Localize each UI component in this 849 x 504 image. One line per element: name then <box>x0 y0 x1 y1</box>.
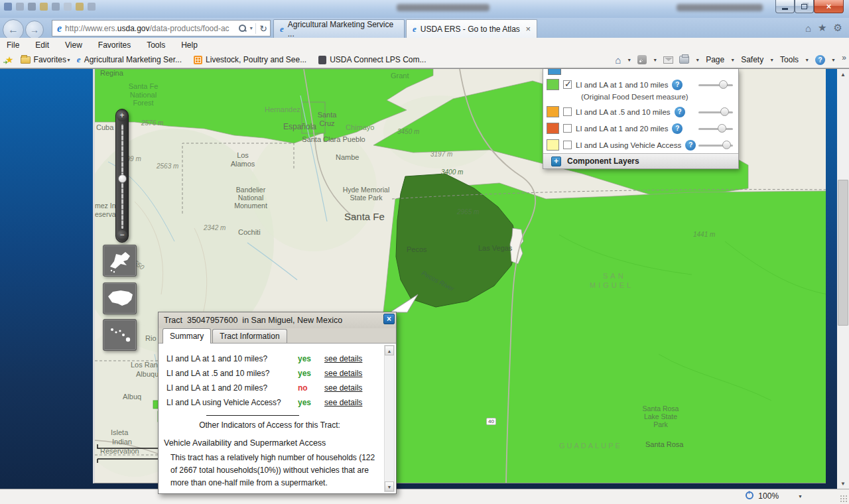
favorites-star-icon[interactable]: ★ <box>818 22 826 34</box>
divider <box>206 415 299 416</box>
tab-agricultural-marketing-service[interactable]: e Agricultural Marketing Service ... <box>273 19 405 38</box>
map-label: Reservation <box>100 447 139 456</box>
menu-tools[interactable]: Tools <box>147 40 165 50</box>
scroll-down-icon[interactable]: ▼ <box>385 481 394 491</box>
menu-view[interactable]: View <box>65 40 82 50</box>
scroll-down-icon[interactable]: ▼ <box>837 478 849 489</box>
popup-title: Tract 35047957600 in San Miguel, New Mex… <box>159 312 396 328</box>
chevron-down-icon[interactable]: ▼ <box>695 58 700 62</box>
legend-checkbox[interactable]: ✓ <box>563 124 572 133</box>
tab-summary[interactable]: Summary <box>163 328 211 344</box>
print-icon[interactable] <box>679 56 689 64</box>
zoom-out-button[interactable]: − <box>117 230 127 241</box>
chevron-down-icon[interactable]: ▼ <box>66 58 71 62</box>
map-zoom-slider[interactable]: + − <box>115 109 129 243</box>
menu-help[interactable]: Help <box>181 40 198 50</box>
window-restore-button[interactable] <box>795 0 814 13</box>
address-bar[interactable]: e http://www.ers.usda.gov/data-products/… <box>52 20 271 36</box>
favorite-link-ams[interactable]: e Agricultural Marketing Ser... <box>71 53 188 67</box>
component-layers-bar[interactable]: + Component Layers <box>543 153 738 168</box>
extent-alaska-button[interactable] <box>103 245 137 277</box>
chevron-down-icon[interactable]: ▼ <box>627 58 631 62</box>
transparency-slider[interactable] <box>698 141 733 150</box>
extent-hawaii-button[interactable] <box>103 319 137 351</box>
map-label: GUADALUPE <box>559 442 622 450</box>
popup-close-button[interactable]: × <box>383 314 395 324</box>
chevron-down-icon[interactable]: ▼ <box>653 58 657 62</box>
chevron-down-icon: ▼ <box>805 58 809 62</box>
tab-close-icon[interactable]: × <box>525 24 531 34</box>
search-dropdown-icon[interactable]: ▼ <box>249 26 253 31</box>
help-icon[interactable]: ? <box>672 123 683 134</box>
component-layers-label: Component Layers <box>567 157 639 166</box>
scroll-up-icon[interactable]: ▲ <box>837 69 849 80</box>
help-icon[interactable]: ? <box>672 80 683 90</box>
see-details-link[interactable]: see details <box>324 369 362 378</box>
chevron-down-icon[interactable]: ▼ <box>798 494 803 499</box>
favorites-menu[interactable]: Favorites <box>34 55 66 64</box>
settings-gear-icon[interactable]: ⚙ <box>834 22 842 34</box>
zoom-in-button[interactable]: + <box>117 111 127 121</box>
browser-navigation-bar: ← → e http://www.ers.usda.gov/data-produ… <box>0 18 849 38</box>
menu-favorites[interactable]: Favorites <box>98 40 131 50</box>
url-text[interactable]: http://www.ers.usda.gov/data-products/fo… <box>65 24 238 33</box>
legend-color-swatch <box>547 106 559 117</box>
legend-label: LI and LA using Vehicle Access <box>576 141 681 149</box>
page-zoom-control[interactable]: 100% ▼ <box>746 491 803 501</box>
overflow-chevron-icon[interactable]: » <box>842 53 846 62</box>
screen: × ← → e http://www.ers.usda.gov/data-pro… <box>0 0 849 504</box>
search-icon[interactable] <box>238 24 247 32</box>
zoom-handle[interactable] <box>118 174 127 183</box>
transparency-slider[interactable] <box>698 80 733 90</box>
window-close-button[interactable]: × <box>814 0 844 13</box>
map-label: Santa Rosa <box>645 440 683 449</box>
see-details-link[interactable]: see details <box>324 383 362 393</box>
see-details-link[interactable]: see details <box>324 354 362 363</box>
home-icon[interactable]: ⌂ <box>615 54 621 66</box>
help-icon[interactable]: ? <box>685 140 696 151</box>
safety-menu[interactable]: Safety <box>741 55 763 64</box>
menu-edit[interactable]: Edit <box>35 40 49 50</box>
transparency-slider[interactable] <box>698 124 733 133</box>
map-label: Bandelier National Monument <box>225 186 277 210</box>
resize-grip[interactable] <box>840 495 848 503</box>
site-favicon <box>194 56 202 64</box>
favorite-link-livestock[interactable]: Livestock, Poultry and See... <box>188 53 312 67</box>
answer-value: no <box>298 383 324 393</box>
extent-usa-button[interactable] <box>103 283 137 314</box>
help-icon[interactable]: ? <box>815 55 825 65</box>
legend-row-half-10-miles: ✓ LI and LA at .5 and 10 miles ? <box>543 103 738 120</box>
expand-plus-icon[interactable]: + <box>551 157 561 166</box>
legend-checkbox[interactable]: ✓ <box>563 141 572 149</box>
scrollbar-thumb[interactable] <box>838 180 848 326</box>
popup-body: LI and LA at 1 and 10 miles? yes see det… <box>159 344 396 493</box>
legend-checkbox[interactable]: ✓ <box>563 107 572 116</box>
favorites-folder-icon[interactable] <box>21 56 31 64</box>
map-label: Santa Fe <box>344 211 385 222</box>
refresh-icon[interactable]: ↻ <box>255 23 267 34</box>
browser-scrollbar[interactable]: ▲ ▼ <box>837 69 849 489</box>
map-label: Albuq <box>123 393 141 401</box>
tab-tract-information[interactable]: Tract Information <box>212 329 287 343</box>
see-details-link[interactable]: see details <box>324 398 362 407</box>
forward-button[interactable]: → <box>25 21 44 39</box>
alaska-icon <box>103 245 137 277</box>
popup-scrollbar[interactable]: ▲ ▼ <box>384 345 395 492</box>
menu-file[interactable]: File <box>7 40 19 50</box>
scroll-up-icon[interactable]: ▲ <box>385 346 394 355</box>
read-mail-icon[interactable] <box>663 56 673 64</box>
add-favorite-icon[interactable]: ★ <box>5 54 14 65</box>
map-label: Santa Fe National Forest <box>123 82 164 107</box>
page-menu[interactable]: Page <box>706 55 724 64</box>
tools-menu[interactable]: Tools <box>780 55 799 64</box>
transparency-slider[interactable] <box>698 107 733 117</box>
rss-feed-icon[interactable] <box>637 55 647 64</box>
popup-row: LI and LA at .5 and 10 miles? yes see de… <box>166 369 362 378</box>
legend-checkbox[interactable]: ✓ <box>563 80 572 89</box>
help-icon[interactable]: ? <box>675 107 685 117</box>
window-minimize-button[interactable] <box>775 0 795 13</box>
home-icon[interactable]: ⌂ <box>805 23 811 34</box>
tab-usda-ers-atlas[interactable]: e USDA ERS - Go to the Atlas × <box>406 19 537 38</box>
map-label: Española <box>283 123 316 132</box>
favorite-link-usda-connect[interactable]: USDA Connect LPS Com... <box>312 53 432 67</box>
